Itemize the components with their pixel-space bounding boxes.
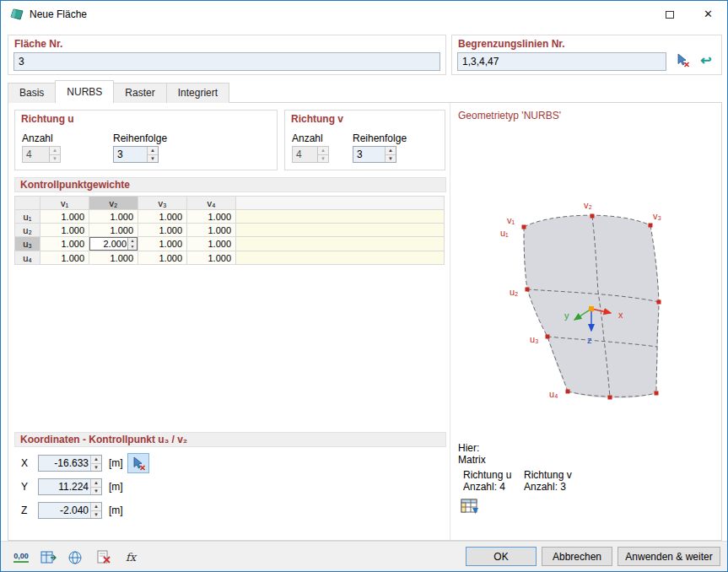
spin-up-icon[interactable]: ▲ [128,238,137,244]
hier-label: Hier: [458,442,479,454]
spinner-value: -2.040 [39,503,90,518]
label-v1: v₁ [507,215,515,225]
begrenzung-label: Begrenzungslinien Nr. [458,38,565,50]
decimal-places-button[interactable]: 0,00 [9,546,33,569]
flaeche-group: Fläche Nr. 3 [8,35,446,75]
app-icon [9,7,24,22]
col-header-v3[interactable]: v₃ [138,197,187,210]
richtung-u-info: Richtung u [463,469,511,481]
spin-up-icon: ▲ [318,147,328,155]
undo-button[interactable]: ↩ [695,50,717,70]
globe-button[interactable] [63,546,87,569]
weight-cell[interactable]: 1.000 [138,210,187,224]
flaeche-value: 3 [19,56,24,67]
spin-up-icon[interactable]: ▲ [91,503,101,511]
spin-down-icon[interactable]: ▼ [91,488,101,495]
anzahl-v-spinner: 4 ▲▼ [292,146,329,163]
spin-down-icon[interactable]: ▼ [91,511,101,519]
col-header-v1[interactable]: v₁ [40,197,89,210]
begrenzung-input[interactable]: 1,3,4,47 [457,52,666,71]
clear-input-button[interactable] [92,546,116,569]
spin-up-icon[interactable]: ▲ [91,479,101,488]
cancel-button[interactable]: Abbrechen [542,547,612,566]
flaeche-label: Fläche Nr. [14,38,62,50]
ok-button[interactable]: OK [466,547,537,566]
units-settings-button[interactable] [36,546,60,569]
weight-cell[interactable]: 1.000 [187,237,236,251]
weight-cell[interactable]: 1.000 [187,210,236,224]
weight-cell[interactable]: 1.000 [138,251,187,265]
spin-down-icon[interactable]: ▼ [91,464,101,472]
begrenzung-value: 1,3,4,47 [462,56,499,67]
weight-cell[interactable]: 1.000 [138,224,187,237]
pick-lines-button[interactable] [671,50,693,70]
coord-z-spinner[interactable]: -2.040 ▲▼ [38,502,102,519]
tab-raster[interactable]: Raster [113,83,166,103]
spin-down-icon[interactable]: ▼ [148,155,158,163]
reihenfolge-u-spinner[interactable]: 3 ▲▼ [113,146,159,163]
close-button[interactable]: ✕ [689,1,727,27]
table-filler-cell [236,210,445,224]
row-header-u3[interactable]: u₃ [15,237,40,251]
spinner-value: 3 [353,147,385,162]
delete-entries-icon [96,550,111,564]
weight-cell[interactable]: 1.000 [187,224,236,237]
weight-cell[interactable]: 1.000 [89,210,138,224]
spin-down-icon: ▼ [318,155,328,163]
row-header-u4[interactable]: u₄ [15,251,40,265]
row-header-u2[interactable]: u₂ [15,224,40,237]
richtung-v-group: Richtung v Anzahl 4 ▲▼ Reihenfolge 3 ▲▼ [284,110,445,170]
coord-y-spinner[interactable]: 11.224 ▲▼ [38,478,102,495]
tab-nurbs[interactable]: NURBS [55,80,114,103]
footer-bar: 0,00 fx [1,541,727,572]
table-filler-cell [236,251,445,265]
reihenfolge-v-spinner[interactable]: 3 ▲▼ [353,146,396,163]
weight-cell[interactable]: 1.000 [89,251,138,265]
col-header-v2[interactable]: v₂ [89,197,138,210]
apply-button[interactable]: Anwenden & weiter [617,547,720,566]
tab-integriert[interactable]: Integriert [166,83,229,103]
table-filler-cell [236,237,445,251]
weight-cell[interactable]: 1.000 [187,251,236,265]
axis-y-label: y [564,310,569,321]
weight-cell[interactable]: 1.000 [89,224,138,237]
weight-cell[interactable]: 1.000 [40,224,89,237]
spin-down-icon[interactable]: ▼ [386,155,396,163]
matrix-order-button[interactable] [459,496,481,516]
richtung-v-title: Richtung v [291,113,343,125]
spin-down-icon[interactable]: ▼ [128,244,137,250]
spinner-value: -16.633 [39,456,90,471]
coord-x-unit: [m] [109,457,123,469]
pick-point-button[interactable] [127,453,149,473]
weight-cell[interactable]: 1.000 [40,210,89,224]
weight-cell-active[interactable]: 2.000 ▲▼ [89,237,138,251]
nurbs-preview-graphic: v₁ v₂ v₃ u₁ u₂ u₃ u₄ x y z [456,119,722,435]
weight-edit-field[interactable]: 2.000 ▲▼ [89,237,138,251]
coord-x-spinner[interactable]: -16.633 ▲▼ [38,455,102,472]
label-u1: u₁ [500,228,509,238]
maximize-button[interactable] [650,1,688,27]
table-header-row: v₁ v₂ v₃ v₄ [15,197,445,210]
decimal-places-icon: 0,00 [13,552,29,563]
row-header-u1[interactable]: u₁ [15,210,40,224]
table-row: u₄ 1.000 1.000 1.000 1.000 [15,251,445,265]
coord-y-label: Y [21,481,28,493]
units-table-icon [40,550,57,564]
reihenfolge-u-label: Reihenfolge [113,132,167,144]
weight-cell[interactable]: 1.000 [40,237,89,251]
tab-basis[interactable]: Basis [8,83,56,103]
weight-cell[interactable]: 1.000 [40,251,89,265]
tab-label: Integriert [178,87,218,99]
function-button[interactable]: fx [119,546,143,569]
col-header-v4[interactable]: v₄ [187,197,236,210]
coord-z-label: Z [21,505,27,516]
spinner-value: 3 [114,147,147,162]
tab-label: Basis [19,87,44,99]
weight-cell[interactable]: 1.000 [138,237,187,251]
tab-bar: Basis NURBS Raster Integriert [8,80,229,103]
flaeche-input[interactable]: 3 [13,52,440,71]
label-u2: u₂ [510,287,518,297]
spin-up-icon[interactable]: ▲ [148,147,158,155]
spin-up-icon[interactable]: ▲ [386,147,396,155]
spin-up-icon[interactable]: ▲ [91,456,101,464]
